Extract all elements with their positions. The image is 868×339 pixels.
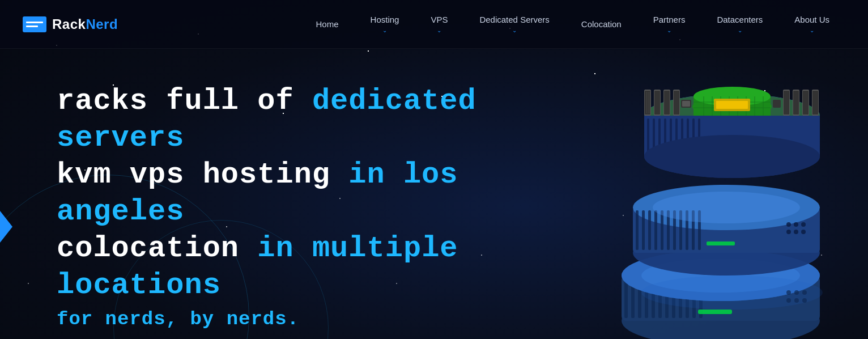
svg-point-42 xyxy=(801,222,806,227)
svg-point-43 xyxy=(786,230,791,234)
svg-rect-75 xyxy=(674,91,679,115)
chevron-down-icon: ⌄ xyxy=(738,27,742,34)
svg-point-40 xyxy=(786,222,791,227)
hero-tagline: for nerds, by nerds. xyxy=(57,308,561,330)
server-illustration xyxy=(573,49,868,339)
logo-text: RackNerd xyxy=(52,16,118,32)
svg-rect-83 xyxy=(812,91,818,115)
nav-link-dedicated[interactable]: Dedicated Servers ⌄ xyxy=(463,15,565,34)
svg-rect-29 xyxy=(648,210,651,250)
nav-link-vps[interactable]: VPS ⌄ xyxy=(415,15,463,34)
svg-point-44 xyxy=(794,230,798,234)
chevron-down-icon: ⌄ xyxy=(667,27,671,34)
hero-section: RackNerd Home Hosting ⌄ VPS ⌄ xyxy=(0,0,868,339)
logo-icon xyxy=(23,16,46,32)
svg-rect-71 xyxy=(654,91,660,115)
svg-rect-28 xyxy=(642,210,645,250)
nav-item-home: Home xyxy=(300,19,355,29)
hero-headline: racks full of dedicated servers kvm vps … xyxy=(57,83,561,304)
svg-rect-30 xyxy=(654,210,657,250)
svg-rect-86 xyxy=(773,100,781,108)
svg-rect-39 xyxy=(707,241,735,245)
logo-link[interactable]: RackNerd xyxy=(23,16,118,32)
chevron-down-icon: ⌄ xyxy=(512,27,517,34)
nav-link-datacenters[interactable]: Datacenters ⌄ xyxy=(701,15,778,34)
nav-item-partners: Partners ⌄ xyxy=(637,15,701,34)
svg-point-100 xyxy=(641,276,823,310)
svg-rect-69 xyxy=(649,92,650,113)
nav-item-datacenters: Datacenters ⌄ xyxy=(701,15,778,34)
svg-rect-79 xyxy=(793,91,799,115)
svg-rect-17 xyxy=(698,310,732,314)
svg-rect-88 xyxy=(647,118,649,154)
svg-rect-85 xyxy=(682,101,690,107)
svg-rect-64 xyxy=(716,101,748,109)
nav-link-home[interactable]: Home xyxy=(300,19,355,29)
svg-point-38 xyxy=(653,192,800,223)
hero-content: racks full of dedicated servers kvm vps … xyxy=(0,49,595,339)
nav-item-hosting: Hosting ⌄ xyxy=(355,15,415,34)
svg-rect-3 xyxy=(624,278,628,318)
svg-rect-68 xyxy=(648,92,649,113)
svg-point-41 xyxy=(794,222,798,227)
chevron-down-icon: ⌄ xyxy=(437,27,441,34)
nav-link-colocation[interactable]: Colocation xyxy=(565,19,637,29)
nav-item-vps: VPS ⌄ xyxy=(415,15,463,34)
svg-rect-81 xyxy=(803,91,809,115)
nav-link-about[interactable]: About Us ⌄ xyxy=(778,15,845,34)
nav-item-dedicated: Dedicated Servers ⌄ xyxy=(463,15,565,34)
svg-point-45 xyxy=(801,230,806,234)
svg-rect-31 xyxy=(661,210,663,250)
svg-rect-73 xyxy=(664,91,670,115)
nav-link-partners[interactable]: Partners ⌄ xyxy=(637,15,701,34)
svg-rect-67 xyxy=(646,92,647,113)
nav-item-colocation: Colocation xyxy=(565,19,637,29)
chevron-down-icon: ⌄ xyxy=(810,27,814,34)
svg-rect-77 xyxy=(784,91,789,115)
nav-item-about: About Us ⌄ xyxy=(778,15,845,34)
nav-links: Home Hosting ⌄ VPS ⌄ Dedicated Servers ⌄ xyxy=(300,15,845,34)
nav-link-hosting[interactable]: Hosting ⌄ xyxy=(355,15,415,34)
svg-rect-27 xyxy=(636,210,639,250)
svg-point-99 xyxy=(644,135,820,178)
navbar: RackNerd Home Hosting ⌄ VPS ⌄ xyxy=(0,0,868,49)
chevron-down-icon: ⌄ xyxy=(382,27,387,34)
